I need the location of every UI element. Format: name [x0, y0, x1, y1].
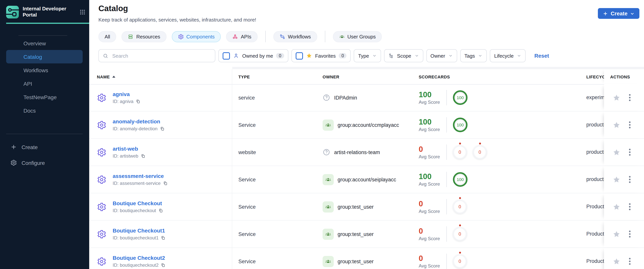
create-button[interactable]: Create — [598, 8, 640, 19]
reset-filters-link[interactable]: Reset — [534, 53, 549, 59]
tab-apis[interactable]: APIs — [226, 31, 258, 42]
owner-name: group:test_user — [338, 204, 374, 210]
avg-score-value: 0 — [419, 200, 440, 208]
score-circles: 0 — [453, 255, 467, 268]
favorites-count: 0 — [339, 53, 346, 58]
entity-type: Service — [232, 111, 316, 138]
kebab-menu-icon[interactable] — [628, 202, 632, 212]
column-header-lifecycle[interactable]: LIFECYCLE — [580, 69, 604, 84]
favorite-star-icon[interactable] — [612, 175, 620, 184]
group-icon — [322, 119, 334, 130]
tab-group-divider — [265, 31, 266, 42]
copy-icon[interactable] — [136, 99, 140, 104]
copy-icon[interactable] — [140, 154, 145, 158]
avg-score-value: 100 — [419, 172, 440, 181]
sidebar-item-catalog[interactable]: Catalog — [6, 50, 83, 63]
column-header-name[interactable]: NAME — [89, 69, 232, 84]
tab-all[interactable]: All — [98, 31, 116, 42]
search-icon — [103, 53, 108, 59]
sidebar-item-testnewpage[interactable]: TestNewPage — [6, 90, 83, 104]
sidebar-create-button[interactable]: Create — [6, 139, 83, 155]
table-row: assessment-service ID: assessment-servic… — [89, 166, 644, 193]
favorites-checkbox[interactable] — [296, 52, 303, 59]
group-icon — [322, 229, 334, 240]
component-gear-icon — [97, 229, 106, 239]
entity-name-link[interactable]: artist-web — [113, 146, 145, 152]
chevron-down-icon — [478, 53, 483, 58]
search-box[interactable] — [98, 49, 215, 62]
avg-score-value: 0 — [419, 254, 440, 263]
entity-name-link[interactable]: anomaly-detection — [113, 118, 164, 124]
tab-resources[interactable]: Resources — [122, 31, 166, 42]
kebab-menu-icon[interactable] — [628, 147, 632, 157]
owner-filter-dropdown[interactable]: Owner — [426, 49, 457, 62]
entity-type: Service — [232, 248, 316, 269]
user-groups-icon — [339, 34, 345, 39]
entity-id: ID: anomaly-detection — [113, 126, 158, 131]
copy-icon[interactable] — [161, 236, 166, 240]
component-gear-icon — [97, 93, 106, 102]
app-logo-icon — [6, 6, 19, 18]
copy-icon[interactable] — [158, 208, 163, 213]
component-gear-icon — [97, 202, 106, 212]
entity-name-link[interactable]: agniva — [113, 91, 140, 97]
owner-name: group:test_user — [338, 231, 374, 237]
favorite-star-icon[interactable] — [612, 257, 620, 265]
column-header-owner[interactable]: OWNER — [316, 69, 412, 84]
tab-components[interactable]: Components — [172, 31, 221, 42]
sidebar-item-api[interactable]: API — [6, 77, 83, 90]
owner-name: group:account/ccmplayacc — [338, 122, 399, 128]
entity-name-link[interactable]: Boutique Checkout2 — [113, 255, 166, 261]
favorite-star-icon[interactable] — [612, 203, 620, 211]
sidebar-item-docs[interactable]: Docs — [6, 104, 83, 117]
score-divider — [446, 172, 447, 187]
copy-icon[interactable] — [163, 181, 168, 186]
table-body: agniva ID: agniva service IDPAdmin 100 — [89, 84, 644, 269]
lifecycle-filter-dropdown[interactable]: Lifecycle — [490, 49, 526, 62]
copy-icon[interactable] — [161, 263, 166, 268]
scope-filter-dropdown[interactable]: Scope — [384, 49, 423, 62]
owned-by-me-filter[interactable]: Owned by me 0 — [218, 49, 288, 62]
entity-tabs: All Resources Components APIs — [98, 31, 382, 42]
favorites-filter[interactable]: Favorites 0 — [291, 49, 351, 62]
group-icon — [322, 256, 334, 267]
avg-score-value: 0 — [419, 145, 440, 153]
plus-icon — [10, 144, 17, 150]
score-circles: 00 — [453, 145, 487, 159]
score-circles: 0 — [453, 227, 467, 241]
entity-name-link[interactable]: Boutique Checkout1 — [113, 228, 166, 234]
apps-grid-icon[interactable] — [80, 9, 85, 15]
tab-workflows[interactable]: Workflows — [273, 31, 317, 42]
lifecycle-value: experimental — [580, 84, 604, 111]
question-circle-icon — [322, 148, 330, 156]
tags-filter-dropdown[interactable]: Tags — [460, 49, 487, 62]
components-gear-icon — [178, 34, 184, 39]
search-input[interactable] — [112, 52, 211, 59]
score-circles: 0 — [453, 200, 467, 214]
horizontal-scrollbar-track[interactable] — [232, 67, 644, 69]
favorite-star-icon[interactable] — [612, 94, 620, 102]
type-filter-dropdown[interactable]: Type — [354, 49, 381, 62]
kebab-menu-icon[interactable] — [628, 257, 632, 266]
sidebar-configure-button[interactable]: Configure — [6, 155, 83, 171]
resources-icon — [128, 34, 134, 39]
column-header-type[interactable]: TYPE — [232, 69, 316, 84]
kebab-menu-icon[interactable] — [628, 93, 632, 103]
tab-user-groups[interactable]: User Groups — [333, 31, 382, 42]
owned-by-me-checkbox[interactable] — [222, 52, 230, 59]
column-header-scorecards[interactable]: SCORECARDS — [412, 69, 580, 84]
entity-name-link[interactable]: assessment-service — [113, 173, 168, 179]
kebab-menu-icon[interactable] — [628, 175, 632, 185]
kebab-menu-icon[interactable] — [628, 120, 632, 130]
favorite-star-icon[interactable] — [612, 230, 620, 238]
sidebar-item-overview[interactable]: Overview — [6, 36, 83, 50]
favorite-star-icon[interactable] — [612, 121, 620, 129]
avg-score-value: 0 — [419, 227, 440, 235]
create-button-label: Create — [611, 10, 628, 16]
copy-icon[interactable] — [160, 126, 164, 131]
kebab-menu-icon[interactable] — [628, 229, 632, 239]
entity-id: ID: artistweb — [113, 153, 138, 159]
sidebar-item-workflows[interactable]: Workflows — [6, 63, 83, 77]
favorite-star-icon[interactable] — [612, 148, 620, 156]
entity-name-link[interactable]: Boutique Checkout — [113, 200, 163, 206]
